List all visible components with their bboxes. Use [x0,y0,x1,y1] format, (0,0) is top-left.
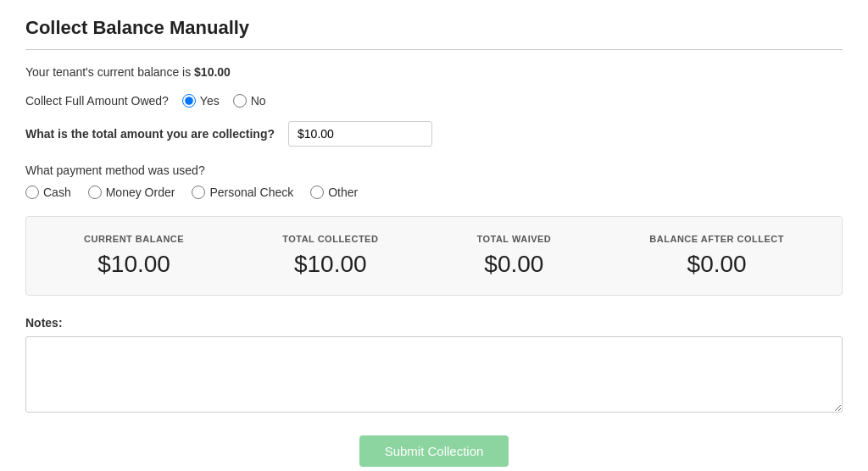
no-radio[interactable] [233,94,247,108]
total-collected-item: TOTAL COLLECTED $10.00 [282,234,378,278]
personal-check-radio[interactable] [192,186,205,199]
other-radio[interactable] [310,186,324,199]
personal-check-label: Personal Check [209,186,293,199]
no-label: No [251,94,266,108]
money-order-option[interactable]: Money Order [88,186,175,199]
current-balance-item: CURRENT BALANCE $10.00 [84,234,184,278]
submit-button[interactable]: Submit Collection [359,435,509,467]
yes-radio[interactable] [182,94,196,108]
balance-amount: $10.00 [194,65,231,79]
submit-row: Submit Collection [25,435,843,467]
current-balance-value: $10.00 [97,251,170,278]
amount-input[interactable] [288,121,432,147]
total-waived-value: $0.00 [484,251,543,278]
notes-section: Notes: [25,316,843,415]
current-balance-label: CURRENT BALANCE [84,234,184,244]
total-collected-label: TOTAL COLLECTED [282,234,378,244]
payment-label: What payment method was used? [25,163,843,177]
no-option[interactable]: No [233,94,266,108]
money-order-radio[interactable] [88,186,102,199]
balance-info: Your tenant's current balance is $10.00 [25,65,843,79]
notes-textarea[interactable] [25,336,843,413]
payment-section: What payment method was used? Cash Money… [25,163,843,199]
amount-row: What is the total amount you are collect… [25,121,843,147]
balance-after-label: BALANCE AFTER COLLECT [649,234,784,244]
page-title: Collect Balance Manually [25,17,843,50]
yes-option[interactable]: Yes [182,94,220,108]
yes-label: Yes [200,94,220,108]
collect-full-row: Collect Full Amount Owed? Yes No [25,94,843,108]
amount-label: What is the total amount you are collect… [25,127,275,141]
summary-box: CURRENT BALANCE $10.00 TOTAL COLLECTED $… [25,216,843,296]
balance-after-item: BALANCE AFTER COLLECT $0.00 [649,234,784,278]
total-collected-value: $10.00 [294,251,367,278]
yes-no-radio-group: Yes No [182,94,266,108]
cash-option[interactable]: Cash [25,186,71,199]
cash-radio[interactable] [25,186,39,199]
other-option[interactable]: Other [310,186,358,199]
other-label: Other [328,186,358,199]
personal-check-option[interactable]: Personal Check [192,186,293,199]
payment-options: Cash Money Order Personal Check Other [25,186,843,199]
notes-label: Notes: [25,316,843,330]
money-order-label: Money Order [106,186,175,199]
total-waived-item: TOTAL WAIVED $0.00 [476,234,551,278]
total-waived-label: TOTAL WAIVED [476,234,551,244]
cash-label: Cash [43,186,71,199]
collect-full-label: Collect Full Amount Owed? [25,94,169,108]
balance-after-value: $0.00 [687,251,747,278]
